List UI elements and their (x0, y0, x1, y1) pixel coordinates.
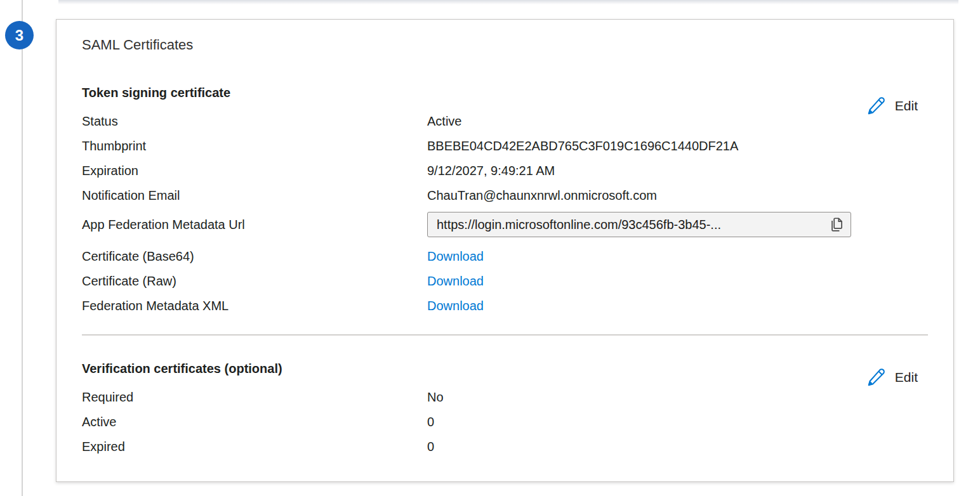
status-value: Active (427, 113, 461, 129)
edit-token-signing-certificate-button[interactable]: Edit (866, 96, 918, 116)
app-federation-metadata-url-row: App Federation Metadata Url https://logi… (82, 212, 928, 237)
row-label: Expiration (82, 162, 427, 179)
notification-email-value: ChauTran@chaunxnrwl.onmicrosoft.com (427, 187, 657, 204)
edit-verification-certificates-button[interactable]: Edit (866, 367, 918, 388)
metadata-url-text: https://login.microsoftonline.com/93c456… (437, 216, 721, 233)
required-value: No (427, 389, 444, 405)
thumbprint-value: BBEBE04CD42E2ABD765C3F019C1696C1440DF21A (427, 138, 738, 154)
row-label: Thumbprint (82, 138, 427, 154)
pencil-icon (866, 367, 886, 388)
certificate-raw-row: Certificate (Raw) Download (82, 273, 928, 289)
section-divider (82, 334, 928, 336)
step-connector-line (22, 0, 23, 496)
required-row: Required No (82, 389, 928, 405)
expiration-value: 9/12/2027, 9:49:21 AM (427, 162, 555, 179)
row-label: Required (82, 389, 427, 405)
thumbprint-row: Thumbprint BBEBE04CD42E2ABD765C3F019C169… (82, 138, 928, 154)
row-label: Active (82, 414, 427, 430)
expiration-row: Expiration 9/12/2027, 9:49:21 AM (82, 162, 928, 179)
step-3-badge: 3 (5, 21, 34, 49)
notification-email-row: Notification Email ChauTran@chaunxnrwl.o… (82, 187, 928, 204)
pencil-icon (866, 96, 886, 116)
row-label: Certificate (Raw) (82, 273, 427, 289)
copy-icon[interactable] (828, 216, 844, 233)
card-title: SAML Certificates (82, 37, 928, 53)
row-label: Certificate (Base64) (82, 248, 427, 264)
row-label: Status (82, 113, 427, 129)
edit-label: Edit (895, 98, 918, 114)
edit-label: Edit (895, 370, 918, 385)
saml-certificates-card: SAML Certificates Edit Edit Token signin… (56, 19, 954, 482)
row-label: Expired (82, 438, 427, 455)
status-row: Status Active (82, 113, 928, 129)
federation-metadata-xml-row: Federation Metadata XML Download (82, 297, 928, 314)
app-federation-metadata-url-field[interactable]: https://login.microsoftonline.com/93c456… (427, 212, 851, 237)
expired-row: Expired 0 (82, 438, 928, 455)
download-federation-metadata-xml-link[interactable]: Download (427, 297, 484, 314)
active-value: 0 (427, 414, 434, 430)
download-certificate-raw-link[interactable]: Download (427, 273, 484, 289)
row-label: Federation Metadata XML (82, 297, 427, 314)
verification-certificates-heading: Verification certificates (optional) (82, 360, 928, 377)
row-label: Notification Email (82, 187, 427, 204)
download-certificate-base64-link[interactable]: Download (427, 248, 484, 264)
token-signing-certificate-heading: Token signing certificate (82, 84, 928, 101)
active-row: Active 0 (82, 414, 928, 430)
previous-card-bottom-shadow (58, 0, 958, 4)
row-label: App Federation Metadata Url (82, 216, 427, 233)
expired-value: 0 (427, 438, 434, 455)
step-number: 3 (15, 27, 23, 44)
certificate-base64-row: Certificate (Base64) Download (82, 248, 928, 264)
